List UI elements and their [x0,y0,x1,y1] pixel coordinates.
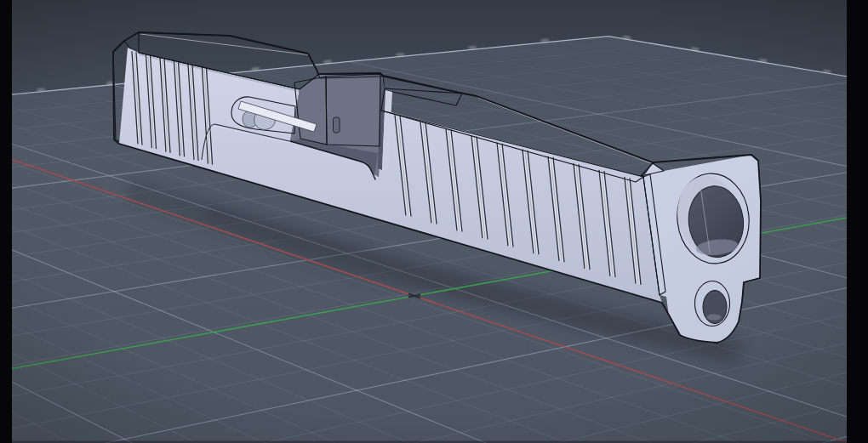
window-border-left [0,0,12,443]
window-border-right [847,0,868,443]
cad-3d-viewport[interactable] [0,0,868,443]
vignette-overlay [12,0,847,443]
application-window [0,0,868,443]
